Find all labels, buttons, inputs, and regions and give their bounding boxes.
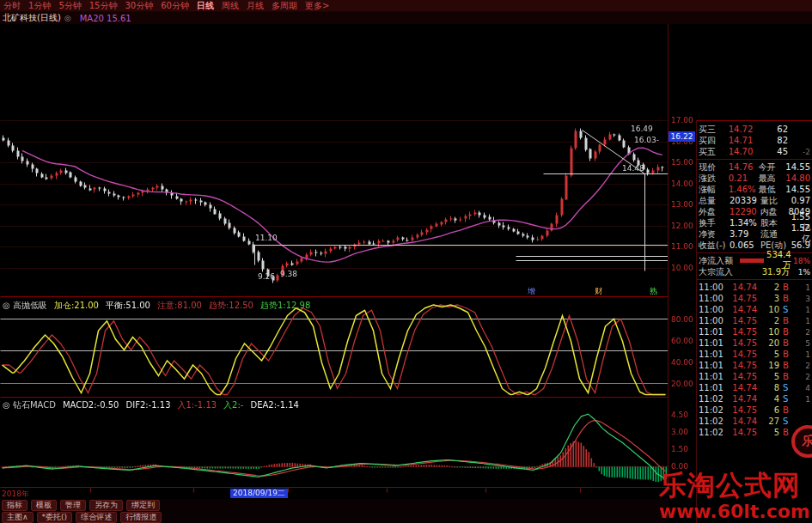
tick-row-5: 11:0114.7520B5 xyxy=(697,338,812,349)
macd-title-seg-4: 入2:- xyxy=(223,400,243,410)
price-axis-tick-7: 10.00 xyxy=(671,264,697,272)
period-toolbar: 分时1分钟5分钟15分钟30分钟60分钟日线周线月线多周期更多> xyxy=(0,0,812,12)
price-axis-tick-3: 14.00 xyxy=(671,179,697,188)
bottom-tab2-2[interactable]: 综合评述 xyxy=(76,512,117,523)
macd-axis-tick-0: 4.50 xyxy=(671,410,697,419)
macd-title-seg-2: DIF2:-1.13 xyxy=(125,400,170,410)
watermark-site-name: 乐淘公式网 xyxy=(659,471,810,499)
price-annotation-5: 9.38 xyxy=(280,270,297,278)
bid-row-1: 买四14.7182 xyxy=(697,135,812,146)
period-button-8[interactable]: 月线 xyxy=(247,0,264,11)
bottom-tab2-1[interactable]: *委托() xyxy=(37,512,73,523)
oscillator-title-seg-3: 注意:81.00 xyxy=(157,301,202,310)
watermark: 乐淘公式网 www.60lt.com xyxy=(659,471,810,521)
tick-row-4: 11:0114.7510B2 xyxy=(697,326,812,338)
quote-panel: 买三14.7262买四14.7182买五14.7045-2现价14.76今开14… xyxy=(696,120,812,523)
bottom-tab-0[interactable]: 指标 xyxy=(2,500,27,511)
oscillator-axis-tick-0: 80.00 xyxy=(671,315,697,324)
macd-axis-tick-2: 1.50 xyxy=(671,445,697,453)
macd-title-seg-0: ◎ 钻石MACD xyxy=(3,400,56,410)
macd-title-seg-5: DEA2:-1.14 xyxy=(250,400,298,410)
period-button-0[interactable]: 分时 xyxy=(3,0,21,11)
selected-date-label: 2018/09/19二 xyxy=(230,489,288,498)
bottom-tab2-3[interactable]: 行情报道 xyxy=(120,512,162,523)
tick-row-11: 11:0214.756B xyxy=(697,404,812,416)
flow-bar-icon xyxy=(740,258,764,263)
ma20-value: MA20 15.61 xyxy=(80,14,131,23)
flow-row-0: 净流入额534.4万18% xyxy=(697,255,812,266)
period-button-4[interactable]: 30分钟 xyxy=(125,0,153,11)
bottom-toolbar-row1: 指标模板管理另存为绑定到 xyxy=(0,499,669,511)
tick-row-8: 11:0114.755B2 xyxy=(697,371,812,382)
watermark-url: www.60lt.com xyxy=(659,502,810,521)
bottom-tab-4[interactable]: 绑定到 xyxy=(126,500,160,511)
price-annotation-2: 14.48 xyxy=(622,164,644,173)
macd-panel-title: ◎ 钻石MACDMACD2:-0.50DIF2:-1.13入1:-1.13入2:… xyxy=(3,400,299,410)
oscillator-axis-tick-1: 60.00 xyxy=(671,337,697,345)
period-button-7[interactable]: 周线 xyxy=(222,0,239,11)
tick-row-6: 11:0114.755B1 xyxy=(697,349,812,360)
chart-canvas[interactable] xyxy=(0,0,669,523)
period-button-2[interactable]: 5分钟 xyxy=(58,0,81,11)
price-axis-tick-6: 11.00 xyxy=(671,242,697,251)
tick-row-12: 11:0214.7427S xyxy=(697,416,812,427)
price-annotation-4: 9.26 xyxy=(258,272,275,281)
period-button-3[interactable]: 15分钟 xyxy=(89,0,118,11)
tick-row-3: 11:0014.752B1 xyxy=(697,315,812,326)
price-axis-tick-5: 12.00 xyxy=(671,222,697,230)
price-annotation-1: 16.03- xyxy=(634,136,659,144)
oscillator-panel-title: ◎ 高抛低吸加仓:21.00平衡:51.00注意:81.00趋势:12.50趋势… xyxy=(3,301,310,310)
oscillator-title-seg-0: ◎ 高抛低吸 xyxy=(3,301,47,310)
macd-axis-tick-1: 3.00 xyxy=(671,428,697,436)
oscillator-axis-tick-3: 20.00 xyxy=(671,380,697,388)
macd-title-seg-3: 入1:-1.13 xyxy=(178,400,217,410)
period-button-1[interactable]: 1分钟 xyxy=(28,0,51,11)
chart-title-bar: 北矿科技(日线) ◎ MA20 15.61 xyxy=(0,12,812,24)
period-button-9[interactable]: 多周期 xyxy=(272,0,297,11)
macd-title-seg-1: MACD2:-0.50 xyxy=(63,400,119,410)
bottom-tab-1[interactable]: 模板 xyxy=(31,500,57,511)
chart-marker-1: 财 xyxy=(595,287,602,295)
axis-cursor-price-tag: 16.22 xyxy=(669,131,695,142)
chart-marker-0: 增 xyxy=(528,287,535,295)
trading-app-window: 分时1分钟5分钟15分钟30分钟60分钟日线周线月线多周期更多> 北矿科技(日线… xyxy=(0,0,812,523)
info-row-0: 现价14.76今开14.55 xyxy=(697,161,812,173)
oscillator-title-seg-1: 加仓:21.00 xyxy=(54,301,99,310)
oscillator-title-seg-5: 趋势1:12.98 xyxy=(260,301,310,310)
bid-row-0: 买三14.7262 xyxy=(697,124,812,135)
bottom-tab-3[interactable]: 另存为 xyxy=(89,500,123,511)
info-row-6: 净资3.79流通1.52亿 xyxy=(697,228,812,240)
stock-name: 北矿科技(日线) xyxy=(3,12,61,24)
period-button-5[interactable]: 60分钟 xyxy=(161,0,189,11)
period-button-10[interactable]: 更多> xyxy=(305,0,329,11)
tick-row-0: 11:0014.742B1 xyxy=(697,282,812,293)
info-row-7: 收益(-)0.065PE(动)56.9 xyxy=(697,240,812,251)
price-annotation-0: 16.49 xyxy=(631,125,653,133)
oscillator-title-seg-2: 平衡:51.00 xyxy=(106,301,150,310)
indicator-badge-icon[interactable]: ◎ xyxy=(64,14,71,22)
tick-row-1: 11:0014.753B3 xyxy=(697,293,812,304)
tick-row-2: 11:0014.7410S1 xyxy=(697,304,812,315)
flow-row-1: 大宗流入31.9万1% xyxy=(697,266,812,277)
price-annotation-3: 11.10 xyxy=(255,234,278,242)
info-row-2: 涨幅1.46%最低14.55 xyxy=(697,184,812,195)
tick-row-10: 11:0214.744S1 xyxy=(697,393,812,404)
bottom-toolbar-row2: 主图∧*委托()综合评述行情报道 xyxy=(0,511,669,523)
bottom-toolbar: 指标模板管理另存为绑定到 主图∧*委托()综合评述行情报道 xyxy=(0,499,669,523)
chart-marker-2: 熟 xyxy=(650,287,657,295)
oscillator-title-seg-4: 趋势:12.50 xyxy=(209,301,253,310)
price-axis-line xyxy=(668,24,669,488)
info-row-1: 涨跌0.21最高14.80 xyxy=(697,173,812,184)
tick-row-7: 11:0114.7519B2 xyxy=(697,360,812,371)
bid-row-2: 买五14.7045-2 xyxy=(697,146,812,157)
price-axis-tick-4: 13.00 xyxy=(671,200,697,209)
oscillator-axis-tick-2: 40.00 xyxy=(671,358,697,367)
price-axis-tick-2: 15.00 xyxy=(671,158,697,167)
bottom-tab2-0[interactable]: 主图∧ xyxy=(2,512,34,523)
tick-row-9: 11:0114.748S4 xyxy=(697,382,812,393)
info-row-3: 总量20339量比0.97 xyxy=(697,195,812,206)
bottom-tab-2[interactable]: 管理 xyxy=(60,500,86,511)
price-axis-tick-0: 17.00 xyxy=(671,116,697,125)
period-button-6[interactable]: 日线 xyxy=(197,0,214,11)
date-axis: 2018年 2018/09/19二 xyxy=(0,488,669,499)
